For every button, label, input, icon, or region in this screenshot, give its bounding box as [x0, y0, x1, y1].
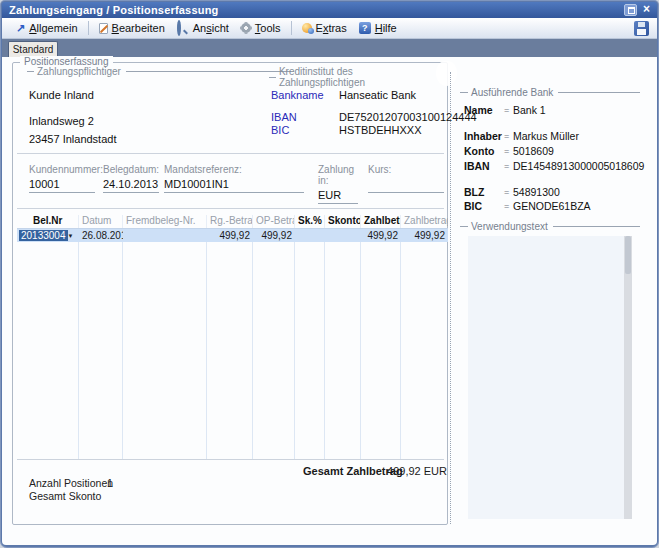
chevron-down-icon[interactable]: ▼ [68, 233, 80, 239]
payer-street: Inlandsweg 2 [29, 115, 94, 127]
verwendungstext-legend: Verwendungstext [460, 221, 640, 232]
menu-tools-label: Tools [255, 22, 281, 34]
anzahl-positionen-label: Anzahl Positionen [29, 477, 113, 489]
divider [17, 208, 444, 209]
col-skonto[interactable]: Skonto [325, 215, 361, 228]
restore-window-icon[interactable] [624, 4, 637, 16]
menu-extras[interactable]: Extras [296, 20, 353, 36]
bankname-label: Bankname [271, 89, 324, 101]
window-title: Zahlungseingang / Positionserfassung [2, 4, 219, 16]
col-op-betrag[interactable]: OP-Betrag [253, 215, 295, 228]
extras-coin-icon [302, 23, 312, 33]
col-zahlbetrag-euro[interactable]: Zahlbetrag Euro [401, 215, 448, 228]
datum-cell: 26.08.2013 [79, 230, 123, 241]
menu-allgemein-label: Allgemein [29, 22, 77, 34]
kurs-field: Kurs: [368, 164, 444, 193]
divider [17, 459, 444, 460]
kurs-label: Kurs: [368, 164, 444, 175]
belegdatum-field: Belegdatum: [103, 164, 159, 193]
iban-label: IBAN [271, 111, 297, 123]
kurs-input[interactable] [368, 178, 444, 193]
kundennummer-label: Kundennummer: [29, 164, 95, 175]
tab-standard[interactable]: Standard [8, 41, 58, 57]
toolbar-separator [291, 21, 292, 35]
toolbar-separator [88, 21, 89, 35]
col-rg-betrag[interactable]: Rg.-Betrag [207, 215, 253, 228]
mandatsreferenz-label: Mandatsreferenz: [164, 164, 304, 175]
zahlung-in-field: Zahlung in: [318, 164, 358, 204]
panel-decoration [436, 61, 457, 86]
titlebar: Zahlungseingang / Positionserfassung × [2, 2, 657, 18]
zahlungspflichtiger-legend: Zahlungspflichtiger [27, 66, 291, 77]
main-content: Positionserfassung Zahlungspflichtiger K… [2, 57, 657, 545]
kreditinstitut-legend: Kreditinstitut des Zahlungspflichtigen [269, 66, 444, 88]
zahlung-in-label: Zahlung in: [318, 164, 358, 186]
zahlbetrag-euro-cell: 499,92 [401, 230, 448, 241]
close-icon[interactable]: × [641, 3, 652, 16]
payer-name: Kunde Inland [29, 89, 94, 101]
table-header: Bel.Nr Datum Fremdbeleg-Nr. Rg.-Betrag O… [17, 215, 448, 228]
table-grid [17, 228, 448, 459]
belnr-cell[interactable]: 20133004 ▼ [17, 230, 79, 241]
menu-hilfe[interactable]: ? Hilfe [353, 20, 403, 36]
col-fremdbeleg[interactable]: Fremdbeleg-Nr. [123, 215, 207, 228]
op-betrag-cell: 499,92 [253, 230, 295, 241]
verwendungstext-input[interactable] [468, 236, 632, 519]
arrow-up-right-icon: ↗ [16, 23, 25, 34]
bankname-value: Hanseatic Bank [339, 89, 416, 101]
mandatsreferenz-input[interactable] [164, 178, 304, 193]
belegdatum-label: Belegdatum: [103, 164, 159, 175]
divider [17, 153, 444, 154]
bic-value: HSTBDEHHXXX [339, 124, 422, 136]
gear-icon [241, 23, 251, 33]
gesamt-skonto-label: Gesamt Skonto [29, 490, 101, 502]
iban-value: DE75201207003100124444 [339, 111, 477, 123]
table-row[interactable]: 20133004 ▼ 26.08.2013 499,92 499,92 499,… [17, 229, 448, 242]
payer-city: 23457 Inlandstadt [29, 133, 116, 145]
menu-bearbeiten-label: Bearbeiten [112, 22, 165, 34]
kundennummer-input[interactable] [29, 178, 95, 193]
ausfuehrende-bank-legend: Ausführende Bank [460, 87, 640, 98]
menu-ansicht-label: Ansicht [193, 22, 229, 34]
tab-band: Standard [2, 39, 657, 57]
zahlbetrag-cell: 499,92 [361, 230, 401, 241]
menu-tools[interactable]: Tools [235, 20, 287, 36]
menu-allgemein[interactable]: ↗ Allgemein [10, 20, 84, 36]
col-datum[interactable]: Datum [79, 215, 123, 228]
app-window: Zahlungseingang / Positionserfassung × ↗… [0, 0, 659, 548]
menubar: ↗ Allgemein Bearbeiten Ansicht Tools Ext… [2, 18, 657, 39]
positionserfassung-group: Positionserfassung Zahlungspflichtiger K… [12, 62, 448, 525]
save-icon[interactable] [634, 21, 649, 36]
col-belnr[interactable]: Bel.Nr [17, 215, 79, 228]
belnr-value[interactable]: 20133004 [19, 230, 68, 241]
help-icon: ? [359, 22, 371, 34]
menu-ansicht[interactable]: Ansicht [171, 20, 235, 36]
magnifier-icon [177, 22, 189, 34]
gesamt-zahlbetrag-value: 499,92 EUR [363, 465, 447, 477]
verwendungstext-scrollbar[interactable] [624, 236, 632, 519]
rg-betrag-cell: 499,92 [207, 230, 253, 241]
col-zahlbetrag[interactable]: Zahlbetrag [361, 215, 401, 228]
edit-page-icon [99, 23, 108, 34]
menu-extras-label: Extras [316, 22, 347, 34]
zahlung-in-input[interactable] [318, 189, 358, 204]
kundennummer-field: Kundennummer: [29, 164, 95, 193]
anzahl-positionen-value: 1 [107, 477, 113, 489]
menu-bearbeiten[interactable]: Bearbeiten [93, 20, 171, 36]
panel-splitter[interactable] [450, 72, 451, 524]
mandatsreferenz-field: Mandatsreferenz: [164, 164, 304, 193]
menu-hilfe-label: Hilfe [375, 22, 397, 34]
belegdatum-input[interactable] [103, 178, 159, 193]
bic-label: BIC [271, 124, 289, 136]
col-sk[interactable]: Sk.% [295, 215, 325, 228]
